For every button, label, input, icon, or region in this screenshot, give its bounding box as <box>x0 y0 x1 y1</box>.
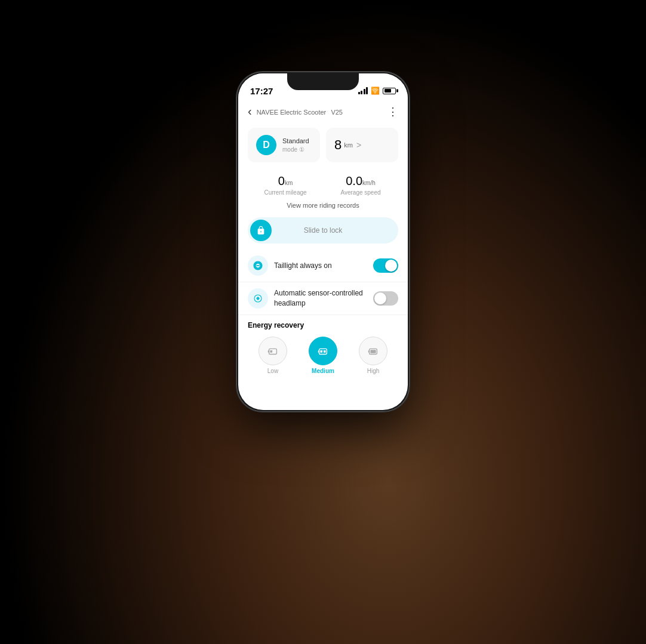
lock-handle <box>250 220 272 241</box>
energy-label-high: High <box>367 368 380 374</box>
mileage-stat: 0km Current mileage <box>248 174 323 196</box>
app-header: ‹ NAVEE Electric Scooter V25 ⋮ <box>238 100 408 123</box>
svg-rect-9 <box>324 350 326 353</box>
svg-rect-0 <box>256 265 260 266</box>
svg-rect-5 <box>270 350 272 353</box>
energy-option-medium[interactable]: Medium <box>309 337 337 374</box>
mode-card[interactable]: D Standard mode ① <box>248 128 320 162</box>
taillight-icon-wrap <box>248 255 268 276</box>
range-card[interactable]: 8 km > <box>326 128 398 162</box>
slide-to-lock[interactable]: Slide to lock <box>248 217 398 244</box>
headlamp-toggle-row: Automatic sensor-controlled headlamp <box>238 282 408 315</box>
energy-option-low[interactable]: Low <box>259 337 287 374</box>
energy-label-low: Low <box>267 368 278 374</box>
wifi-icon: 🛜 <box>371 87 380 95</box>
svg-rect-8 <box>320 350 322 353</box>
battery-icon <box>383 88 396 94</box>
signal-icon <box>358 87 368 94</box>
phone-shell: 17:27 🛜 ‹ NAVEE Electr <box>236 72 410 412</box>
status-icons: 🛜 <box>358 87 396 95</box>
svg-rect-7 <box>318 350 319 353</box>
phone: 17:27 🛜 ‹ NAVEE Electr <box>236 72 410 412</box>
more-menu-button[interactable]: ⋮ <box>387 106 398 117</box>
headlamp-label: Automatic sensor-controlled headlamp <box>274 288 373 309</box>
phone-screen-area: 17:27 🛜 ‹ NAVEE Electr <box>238 73 408 410</box>
svg-rect-4 <box>268 350 269 353</box>
energy-options: Low Medium <box>238 334 408 384</box>
view-more-link[interactable]: View more riding records <box>238 198 408 215</box>
taillight-toggle-switch[interactable] <box>373 258 398 273</box>
mode-text: Standard mode ① <box>282 137 309 153</box>
stats-row: 0km Current mileage 0.0km/h Average spee… <box>238 170 408 198</box>
notch <box>287 73 359 90</box>
status-bar: 17:27 🛜 <box>238 73 408 100</box>
energy-label-medium: Medium <box>312 368 334 374</box>
slide-label: Slide to lock <box>272 226 396 235</box>
speed-stat: 0.0km/h Average speed <box>323 174 398 196</box>
mode-icon: D <box>256 135 276 155</box>
svg-rect-11 <box>368 350 370 353</box>
headlamp-toggle-switch[interactable] <box>373 291 398 306</box>
battery-fill <box>384 89 392 93</box>
energy-btn-medium[interactable] <box>309 337 337 365</box>
taillight-toggle-row: Taillight always on <box>238 249 408 282</box>
taillight-label: Taillight always on <box>274 261 373 271</box>
svg-point-2 <box>257 297 260 300</box>
headlamp-icon-wrap <box>248 288 268 309</box>
back-button[interactable]: ‹ <box>248 104 252 118</box>
energy-btn-low[interactable] <box>259 337 287 365</box>
page-title: NAVEE Electric Scooter V25 <box>257 106 387 116</box>
energy-btn-high[interactable] <box>359 337 387 365</box>
svg-rect-12 <box>370 350 376 353</box>
quick-actions-row: D Standard mode ① 8 km > <box>238 123 408 170</box>
energy-option-high[interactable]: High <box>359 337 387 374</box>
status-time: 17:27 <box>250 86 273 96</box>
app-screen: 17:27 🛜 ‹ NAVEE Electr <box>238 73 408 410</box>
energy-section-title: Energy recovery <box>238 315 408 334</box>
